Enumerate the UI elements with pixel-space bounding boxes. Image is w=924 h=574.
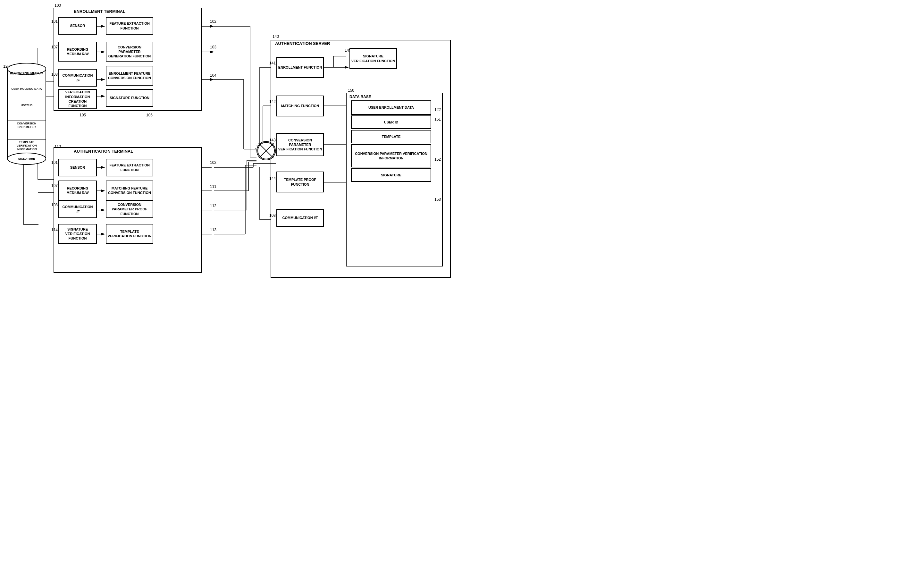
signature-function: SIGNATURE FUNCTION: [106, 89, 153, 107]
svg-marker-24: [101, 95, 105, 98]
diagram: 100 101 102 103 104 105 106 107 108 110 …: [0, 0, 462, 287]
database-label: DATA BASE: [349, 95, 371, 99]
label-114: 114: [51, 228, 58, 232]
label-107b: 107: [51, 183, 58, 188]
label-108a: 108: [51, 72, 58, 77]
label-140: 140: [272, 34, 279, 39]
label-113: 113: [210, 228, 216, 232]
sensor-auth-terminal: SENSOR: [58, 159, 97, 177]
feature-extraction-enrollment: FEATURE EXTRACTION FUNCTION: [106, 17, 153, 35]
recording-medium-title: RECORDING MEDIUM: [9, 71, 44, 76]
label-102b: 102: [210, 160, 216, 165]
network-circle: [257, 141, 276, 160]
svg-marker-45: [101, 209, 105, 211]
authentication-terminal-label: AUTHENTICATION TERMINAL: [74, 149, 133, 154]
svg-marker-43: [101, 189, 105, 192]
verification-info-creation: VERIFICATION INFORMATION CREATION FUNCTI…: [58, 89, 97, 109]
label-100: 100: [55, 3, 61, 8]
conv-param-verif-info: CONVERSION PARAMETER VERIFICATION INFORM…: [351, 144, 431, 167]
sig-verification-fn-server: SIGNATURE VERIFICATION FUNCTION: [349, 48, 397, 69]
label-108b: 108: [51, 203, 58, 207]
label-108c: 108: [269, 213, 276, 218]
enrollment-terminal-label: ENROLLMENT TERMINAL: [74, 9, 125, 14]
label-111: 111: [210, 184, 216, 189]
comm-if-auth-terminal: COMMUNICATION I/F: [58, 200, 97, 218]
label-153: 153: [434, 197, 441, 202]
svg-marker-65: [345, 66, 349, 69]
label-103: 103: [210, 45, 216, 49]
conversion-param-verification: CONVERSION PARAMETER VERIFICATION FUNCTI…: [276, 133, 324, 156]
user-id-database: USER ID: [351, 115, 431, 129]
template-proof-function: TEMPLATE PROOF FUNCTION: [276, 172, 324, 192]
svg-marker-18: [101, 25, 105, 28]
svg-marker-12: [210, 25, 214, 28]
label-101: 101: [51, 19, 58, 24]
comm-if-server: COMMUNICATION I/F: [276, 209, 324, 227]
svg-marker-16: [210, 78, 214, 81]
label-150: 150: [348, 88, 354, 93]
svg-marker-47: [101, 233, 105, 235]
conversion-param-gen: CONVERSION PARAMETER GENERATION FUNCTION: [106, 42, 153, 62]
recording-medium-cylinder: RECORDING MEDIUM USER HOLDING DATA USER …: [6, 59, 47, 168]
matching-function: MATCHING FUNCTION: [276, 96, 324, 117]
label-141: 141: [269, 61, 276, 65]
label-152: 152: [434, 157, 441, 162]
template-verification-fn: TEMPLATE VERIFICATION FUNCTION: [106, 224, 153, 244]
user-holding-data: USER HOLDING DATA: [9, 87, 44, 91]
label-102a: 102: [210, 19, 216, 24]
template-database: TEMPLATE: [351, 130, 431, 144]
label-151: 151: [434, 117, 441, 121]
label-101b: 101: [51, 160, 58, 165]
label-106: 106: [146, 113, 153, 117]
label-144: 144: [269, 177, 276, 181]
conversion-param-medium: CONVERSION PARAMETER: [9, 122, 44, 129]
label-112: 112: [210, 203, 216, 208]
label-105: 105: [80, 113, 86, 117]
svg-marker-14: [210, 50, 214, 53]
enrollment-function: ENROLLMENT FUNCTION: [276, 57, 324, 78]
svg-marker-22: [101, 78, 105, 81]
template-verif-info-medium: TEMPLATE VERIFICATION INFORMATION: [9, 140, 44, 151]
sensor-enrollment: SENSOR: [58, 17, 97, 35]
user-id-medium: USER ID: [9, 104, 44, 107]
conversion-param-proof: CONVERSION PARAMETER PROOF FUNCTION: [106, 200, 153, 218]
label-142: 142: [269, 99, 276, 104]
recording-medium-rw-enrollment: RECORDING MEDIUM R/W: [58, 42, 97, 62]
feature-extraction-auth: FEATURE EXTRACTION FUNCTION: [106, 159, 153, 177]
authentication-server-label: AUTHENTICATION SERVER: [275, 41, 330, 46]
label-110: 110: [55, 144, 61, 149]
sig-verification-fn-auth: SIGNATURE VERIFICATION FUNCTION: [58, 224, 97, 244]
label-107: 107: [51, 45, 58, 49]
signature-database: SIGNATURE: [351, 168, 431, 182]
comm-if-enrollment: COMMUNICATION I/F: [58, 69, 97, 87]
user-enrollment-data: USER ENROLLMENT DATA: [351, 100, 431, 115]
enrollment-feature-conversion: ENROLLMENT FEATURE CONVERSION FUNCTION: [106, 66, 153, 86]
svg-marker-41: [101, 166, 105, 169]
label-104: 104: [210, 73, 216, 77]
matching-feature-conversion: MATCHING FEATURE CONVERSION FUNCTION: [106, 181, 153, 200]
recording-medium-rw-auth: RECORDING MEDIUM R/W: [58, 181, 97, 200]
svg-marker-20: [101, 50, 105, 53]
signature-medium: SIGNATURE: [9, 157, 44, 161]
label-122b: 122: [434, 107, 441, 112]
